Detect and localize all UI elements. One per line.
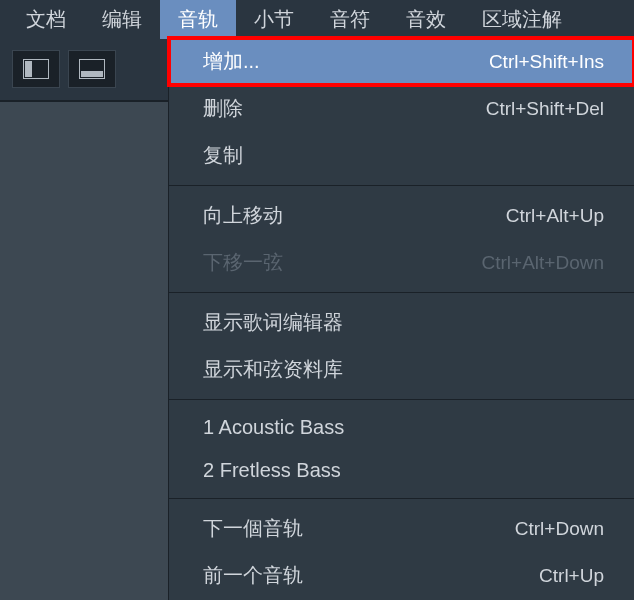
menu-item-move-down-string[interactable]: 下移一弦 Ctrl+Alt+Down: [169, 239, 634, 286]
panel-left-icon: [23, 59, 49, 79]
menu-separator: [169, 399, 634, 400]
panel-bottom-icon: [79, 59, 105, 79]
menu-item-shortcut: Ctrl+Shift+Del: [486, 98, 604, 120]
menu-item-label: 删除: [203, 95, 466, 122]
menu-effect[interactable]: 音效: [388, 0, 464, 39]
menu-measure[interactable]: 小节: [236, 0, 312, 39]
menu-item-copy[interactable]: 复制: [169, 132, 634, 179]
menu-item-delete[interactable]: 删除 Ctrl+Shift+Del: [169, 85, 634, 132]
menu-item-label: 下一個音轨: [203, 515, 495, 542]
menu-item-show-lyrics-editor[interactable]: 显示歌词编辑器: [169, 299, 634, 346]
menu-item-shortcut: Ctrl+Alt+Down: [482, 252, 605, 274]
menu-edit[interactable]: 编辑: [84, 0, 160, 39]
menu-item-prev-track[interactable]: 前一个音轨 Ctrl+Up: [169, 552, 634, 599]
menu-item-move-up[interactable]: 向上移动 Ctrl+Alt+Up: [169, 192, 634, 239]
menu-track[interactable]: 音轨: [160, 0, 236, 39]
menu-item-label: 增加...: [203, 48, 469, 75]
layout-button-1[interactable]: [12, 50, 60, 88]
menu-item-show-chord-library[interactable]: 显示和弦资料库: [169, 346, 634, 393]
layout-button-2[interactable]: [68, 50, 116, 88]
menu-item-shortcut: Ctrl+Up: [539, 565, 604, 587]
sidebar-panel: [0, 100, 168, 600]
track-dropdown-menu: 增加... Ctrl+Shift+Ins 删除 Ctrl+Shift+Del 复…: [168, 38, 634, 600]
menu-item-shortcut: Ctrl+Shift+Ins: [489, 51, 604, 73]
menu-item-label: 2 Fretless Bass: [203, 459, 604, 482]
menu-item-track-2[interactable]: 2 Fretless Bass: [169, 449, 634, 492]
menu-item-label: 前一个音轨: [203, 562, 519, 589]
menu-note[interactable]: 音符: [312, 0, 388, 39]
menu-item-label: 1 Acoustic Bass: [203, 416, 604, 439]
menu-item-label: 复制: [203, 142, 584, 169]
menubar: 文档 编辑 音轨 小节 音符 音效 区域注解: [0, 0, 634, 38]
menu-separator: [169, 185, 634, 186]
svg-rect-1: [25, 61, 32, 77]
menu-separator: [169, 498, 634, 499]
svg-rect-3: [81, 71, 103, 77]
menu-item-next-track[interactable]: 下一個音轨 Ctrl+Down: [169, 505, 634, 552]
menu-item-shortcut: Ctrl+Alt+Up: [506, 205, 604, 227]
menu-item-shortcut: Ctrl+Down: [515, 518, 604, 540]
menu-item-label: 显示歌词编辑器: [203, 309, 604, 336]
menu-item-label: 显示和弦资料库: [203, 356, 604, 383]
menu-separator: [169, 292, 634, 293]
menu-document[interactable]: 文档: [8, 0, 84, 39]
menu-item-label: 向上移动: [203, 202, 486, 229]
menu-item-track-1[interactable]: 1 Acoustic Bass: [169, 406, 634, 449]
menu-item-add[interactable]: 增加... Ctrl+Shift+Ins: [169, 38, 634, 85]
menu-region-annotation[interactable]: 区域注解: [464, 0, 580, 39]
menu-item-label: 下移一弦: [203, 249, 462, 276]
